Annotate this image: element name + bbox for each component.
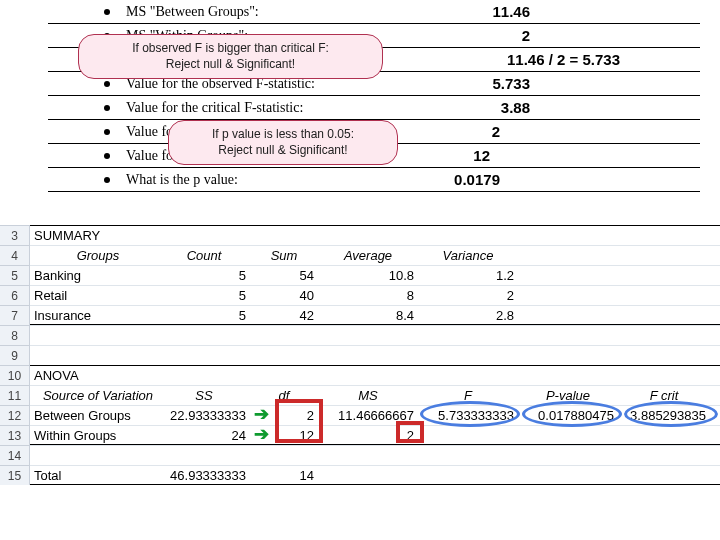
col-ss[interactable]: SS — [162, 386, 254, 406]
spreadsheet-panel: 3 4 5 6 7 8 9 10 11 12 13 14 15 SUMMARY … — [0, 225, 720, 540]
blank-row — [30, 445, 720, 465]
row-header[interactable]: 12 — [0, 405, 30, 425]
col-groups[interactable]: Groups — [34, 246, 162, 266]
blank-row — [30, 325, 720, 345]
row-header[interactable]: 15 — [0, 465, 30, 485]
cell[interactable]: 1.2 — [422, 266, 522, 286]
cell[interactable]: 14 — [254, 466, 322, 486]
cell[interactable]: Banking — [34, 266, 162, 286]
arrow-icon: ➔ — [254, 403, 269, 425]
col-average[interactable]: Average — [322, 246, 422, 266]
line-8: What is the p value:0.0179 — [48, 168, 700, 192]
row-header[interactable]: 3 — [0, 225, 30, 245]
row-header[interactable]: 6 — [0, 285, 30, 305]
cell[interactable]: Insurance — [34, 306, 162, 326]
summary-title-row: SUMMARY — [30, 225, 720, 245]
row-header[interactable]: 5 — [0, 265, 30, 285]
cell[interactable]: 5 — [162, 286, 254, 306]
col-src[interactable]: Source of Variation — [34, 386, 162, 406]
summary-title[interactable]: SUMMARY — [34, 226, 162, 246]
row-header[interactable]: 9 — [0, 345, 30, 365]
callout-text: Reject null & Significant! — [183, 143, 383, 159]
highlight-oval-fcrit — [624, 401, 718, 427]
callout-text: Reject null & Significant! — [93, 57, 368, 73]
cell[interactable]: Between Groups — [34, 406, 162, 426]
highlight-box-ms — [396, 421, 424, 443]
table-row: Within Groups 24 12 2 — [30, 425, 720, 445]
row-header[interactable]: 7 — [0, 305, 30, 325]
callout-text: If observed F is bigger than critical F: — [93, 41, 368, 57]
cell[interactable]: 2.8 — [422, 306, 522, 326]
cell[interactable]: Total — [34, 466, 162, 486]
col-count[interactable]: Count — [162, 246, 254, 266]
cell[interactable]: 42 — [254, 306, 322, 326]
cell[interactable]: 8.4 — [322, 306, 422, 326]
cell[interactable]: 54 — [254, 266, 322, 286]
cell[interactable]: Retail — [34, 286, 162, 306]
anova-title-row: ANOVA — [30, 365, 720, 385]
col-variance[interactable]: Variance — [422, 246, 522, 266]
row-header[interactable]: 13 — [0, 425, 30, 445]
line-1: MS "Between Groups":11.46 — [48, 0, 700, 24]
callout-f-rule: If observed F is bigger than critical F:… — [78, 34, 383, 79]
line-5: Value for the critical F-statistic:3.88 — [48, 96, 700, 120]
cell[interactable]: 8 — [322, 286, 422, 306]
fill-in-panel: MS "Between Groups":11.46 MS "Within Gro… — [0, 0, 720, 225]
row-header[interactable]: 4 — [0, 245, 30, 265]
cell[interactable]: 40 — [254, 286, 322, 306]
col-ms[interactable]: MS — [322, 386, 422, 406]
row-header[interactable]: 14 — [0, 445, 30, 465]
summary-header-row: Groups Count Sum Average Variance — [30, 245, 720, 265]
table-row: Banking 5 54 10.8 1.2 — [30, 265, 720, 285]
cell[interactable]: 22.93333333 — [162, 406, 254, 426]
row-header[interactable]: 10 — [0, 365, 30, 385]
row-header[interactable]: 11 — [0, 385, 30, 405]
row-header[interactable]: 8 — [0, 325, 30, 345]
anova-title[interactable]: ANOVA — [34, 366, 162, 386]
blank-row — [30, 345, 720, 365]
cell[interactable]: 10.8 — [322, 266, 422, 286]
anova-header-row: Source of Variation SS df MS F P-value F… — [30, 385, 720, 405]
cell[interactable]: 24 — [162, 426, 254, 446]
highlight-oval-f — [420, 401, 520, 427]
arrow-icon: ➔ — [254, 423, 269, 445]
callout-text: If p value is less than 0.05: — [183, 127, 383, 143]
cell[interactable]: 5 — [162, 266, 254, 286]
cell[interactable]: Within Groups — [34, 426, 162, 446]
table-row: Retail 5 40 8 2 — [30, 285, 720, 305]
callout-p-rule: If p value is less than 0.05: Reject nul… — [168, 120, 398, 165]
col-sum[interactable]: Sum — [254, 246, 322, 266]
cell[interactable]: 2 — [422, 286, 522, 306]
highlight-box-df — [275, 399, 323, 443]
anova-total-row: Total 46.93333333 14 — [30, 465, 720, 485]
highlight-oval-p — [522, 401, 622, 427]
cell[interactable]: 46.93333333 — [162, 466, 254, 486]
table-row: Insurance 5 42 8.4 2.8 — [30, 305, 720, 325]
cell[interactable]: 5 — [162, 306, 254, 326]
